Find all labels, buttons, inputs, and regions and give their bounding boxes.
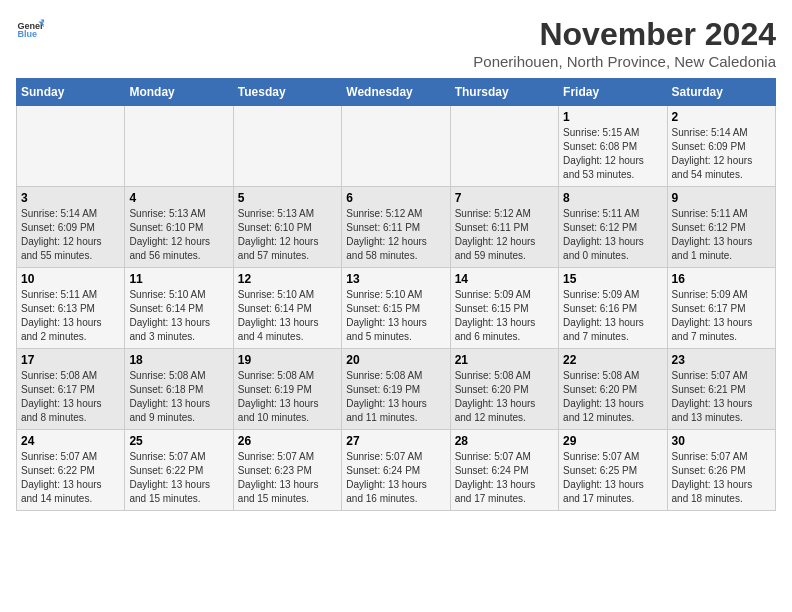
calendar-cell: 30Sunrise: 5:07 AM Sunset: 6:26 PM Dayli… — [667, 430, 775, 511]
day-info: Sunrise: 5:09 AM Sunset: 6:16 PM Dayligh… — [563, 288, 662, 344]
logo-icon: General Blue — [16, 16, 44, 44]
calendar-cell: 14Sunrise: 5:09 AM Sunset: 6:15 PM Dayli… — [450, 268, 558, 349]
calendar-cell: 15Sunrise: 5:09 AM Sunset: 6:16 PM Dayli… — [559, 268, 667, 349]
day-number: 15 — [563, 272, 662, 286]
calendar-cell: 10Sunrise: 5:11 AM Sunset: 6:13 PM Dayli… — [17, 268, 125, 349]
day-info: Sunrise: 5:07 AM Sunset: 6:23 PM Dayligh… — [238, 450, 337, 506]
day-number: 25 — [129, 434, 228, 448]
day-info: Sunrise: 5:08 AM Sunset: 6:20 PM Dayligh… — [455, 369, 554, 425]
calendar-cell: 2Sunrise: 5:14 AM Sunset: 6:09 PM Daylig… — [667, 106, 775, 187]
day-info: Sunrise: 5:08 AM Sunset: 6:19 PM Dayligh… — [346, 369, 445, 425]
day-number: 5 — [238, 191, 337, 205]
day-number: 16 — [672, 272, 771, 286]
day-info: Sunrise: 5:10 AM Sunset: 6:14 PM Dayligh… — [238, 288, 337, 344]
day-header-monday: Monday — [125, 79, 233, 106]
calendar-cell — [233, 106, 341, 187]
calendar-cell: 12Sunrise: 5:10 AM Sunset: 6:14 PM Dayli… — [233, 268, 341, 349]
day-info: Sunrise: 5:07 AM Sunset: 6:22 PM Dayligh… — [129, 450, 228, 506]
calendar-cell: 28Sunrise: 5:07 AM Sunset: 6:24 PM Dayli… — [450, 430, 558, 511]
day-info: Sunrise: 5:07 AM Sunset: 6:24 PM Dayligh… — [346, 450, 445, 506]
calendar-cell: 27Sunrise: 5:07 AM Sunset: 6:24 PM Dayli… — [342, 430, 450, 511]
title-section: November 2024 Ponerihouen, North Provinc… — [473, 16, 776, 70]
day-number: 8 — [563, 191, 662, 205]
day-number: 23 — [672, 353, 771, 367]
calendar-cell — [450, 106, 558, 187]
calendar-cell: 25Sunrise: 5:07 AM Sunset: 6:22 PM Dayli… — [125, 430, 233, 511]
day-info: Sunrise: 5:07 AM Sunset: 6:26 PM Dayligh… — [672, 450, 771, 506]
day-info: Sunrise: 5:10 AM Sunset: 6:14 PM Dayligh… — [129, 288, 228, 344]
calendar-cell: 13Sunrise: 5:10 AM Sunset: 6:15 PM Dayli… — [342, 268, 450, 349]
calendar-table: SundayMondayTuesdayWednesdayThursdayFrid… — [16, 78, 776, 511]
day-info: Sunrise: 5:08 AM Sunset: 6:20 PM Dayligh… — [563, 369, 662, 425]
month-title: November 2024 — [473, 16, 776, 53]
day-info: Sunrise: 5:10 AM Sunset: 6:15 PM Dayligh… — [346, 288, 445, 344]
calendar-cell: 5Sunrise: 5:13 AM Sunset: 6:10 PM Daylig… — [233, 187, 341, 268]
day-number: 21 — [455, 353, 554, 367]
day-number: 14 — [455, 272, 554, 286]
calendar-cell: 1Sunrise: 5:15 AM Sunset: 6:08 PM Daylig… — [559, 106, 667, 187]
day-info: Sunrise: 5:13 AM Sunset: 6:10 PM Dayligh… — [238, 207, 337, 263]
day-number: 11 — [129, 272, 228, 286]
day-number: 28 — [455, 434, 554, 448]
day-info: Sunrise: 5:08 AM Sunset: 6:17 PM Dayligh… — [21, 369, 120, 425]
day-number: 30 — [672, 434, 771, 448]
day-header-tuesday: Tuesday — [233, 79, 341, 106]
day-info: Sunrise: 5:12 AM Sunset: 6:11 PM Dayligh… — [346, 207, 445, 263]
day-number: 29 — [563, 434, 662, 448]
day-header-saturday: Saturday — [667, 79, 775, 106]
calendar-cell: 21Sunrise: 5:08 AM Sunset: 6:20 PM Dayli… — [450, 349, 558, 430]
calendar-cell: 26Sunrise: 5:07 AM Sunset: 6:23 PM Dayli… — [233, 430, 341, 511]
day-header-thursday: Thursday — [450, 79, 558, 106]
day-info: Sunrise: 5:07 AM Sunset: 6:25 PM Dayligh… — [563, 450, 662, 506]
day-info: Sunrise: 5:14 AM Sunset: 6:09 PM Dayligh… — [672, 126, 771, 182]
svg-text:Blue: Blue — [17, 29, 37, 39]
logo: General Blue — [16, 16, 44, 44]
day-info: Sunrise: 5:08 AM Sunset: 6:19 PM Dayligh… — [238, 369, 337, 425]
day-header-wednesday: Wednesday — [342, 79, 450, 106]
day-header-sunday: Sunday — [17, 79, 125, 106]
day-info: Sunrise: 5:12 AM Sunset: 6:11 PM Dayligh… — [455, 207, 554, 263]
day-header-friday: Friday — [559, 79, 667, 106]
calendar-cell: 22Sunrise: 5:08 AM Sunset: 6:20 PM Dayli… — [559, 349, 667, 430]
day-info: Sunrise: 5:07 AM Sunset: 6:22 PM Dayligh… — [21, 450, 120, 506]
day-number: 19 — [238, 353, 337, 367]
calendar-cell — [125, 106, 233, 187]
day-number: 7 — [455, 191, 554, 205]
calendar-cell: 29Sunrise: 5:07 AM Sunset: 6:25 PM Dayli… — [559, 430, 667, 511]
day-number: 4 — [129, 191, 228, 205]
calendar-cell: 16Sunrise: 5:09 AM Sunset: 6:17 PM Dayli… — [667, 268, 775, 349]
day-number: 18 — [129, 353, 228, 367]
day-number: 1 — [563, 110, 662, 124]
day-info: Sunrise: 5:11 AM Sunset: 6:13 PM Dayligh… — [21, 288, 120, 344]
day-number: 20 — [346, 353, 445, 367]
calendar-cell: 18Sunrise: 5:08 AM Sunset: 6:18 PM Dayli… — [125, 349, 233, 430]
calendar-cell: 4Sunrise: 5:13 AM Sunset: 6:10 PM Daylig… — [125, 187, 233, 268]
calendar-cell: 20Sunrise: 5:08 AM Sunset: 6:19 PM Dayli… — [342, 349, 450, 430]
calendar-cell — [17, 106, 125, 187]
calendar-cell: 7Sunrise: 5:12 AM Sunset: 6:11 PM Daylig… — [450, 187, 558, 268]
calendar-cell: 11Sunrise: 5:10 AM Sunset: 6:14 PM Dayli… — [125, 268, 233, 349]
day-info: Sunrise: 5:13 AM Sunset: 6:10 PM Dayligh… — [129, 207, 228, 263]
day-info: Sunrise: 5:15 AM Sunset: 6:08 PM Dayligh… — [563, 126, 662, 182]
day-info: Sunrise: 5:09 AM Sunset: 6:15 PM Dayligh… — [455, 288, 554, 344]
day-number: 2 — [672, 110, 771, 124]
day-number: 10 — [21, 272, 120, 286]
day-number: 9 — [672, 191, 771, 205]
calendar-cell: 8Sunrise: 5:11 AM Sunset: 6:12 PM Daylig… — [559, 187, 667, 268]
day-number: 17 — [21, 353, 120, 367]
day-number: 26 — [238, 434, 337, 448]
day-info: Sunrise: 5:11 AM Sunset: 6:12 PM Dayligh… — [563, 207, 662, 263]
day-number: 27 — [346, 434, 445, 448]
day-number: 24 — [21, 434, 120, 448]
calendar-cell: 3Sunrise: 5:14 AM Sunset: 6:09 PM Daylig… — [17, 187, 125, 268]
calendar-cell: 6Sunrise: 5:12 AM Sunset: 6:11 PM Daylig… — [342, 187, 450, 268]
calendar-cell: 9Sunrise: 5:11 AM Sunset: 6:12 PM Daylig… — [667, 187, 775, 268]
calendar-cell: 24Sunrise: 5:07 AM Sunset: 6:22 PM Dayli… — [17, 430, 125, 511]
calendar-cell: 23Sunrise: 5:07 AM Sunset: 6:21 PM Dayli… — [667, 349, 775, 430]
day-number: 6 — [346, 191, 445, 205]
day-number: 12 — [238, 272, 337, 286]
day-info: Sunrise: 5:07 AM Sunset: 6:21 PM Dayligh… — [672, 369, 771, 425]
calendar-cell: 17Sunrise: 5:08 AM Sunset: 6:17 PM Dayli… — [17, 349, 125, 430]
subtitle: Ponerihouen, North Province, New Caledon… — [473, 53, 776, 70]
day-info: Sunrise: 5:09 AM Sunset: 6:17 PM Dayligh… — [672, 288, 771, 344]
